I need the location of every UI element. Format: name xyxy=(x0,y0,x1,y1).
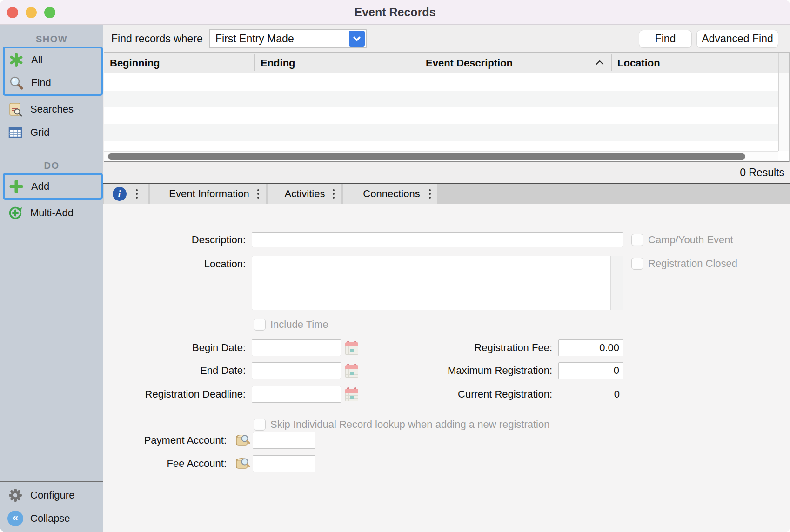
chevron-up-icon xyxy=(595,59,604,67)
skip-individual-lookup-checkbox[interactable] xyxy=(254,419,266,431)
tab-connections[interactable]: Connections xyxy=(343,184,437,204)
sidebar-item-searches[interactable]: Searches xyxy=(0,98,103,121)
camp-youth-event-checkbox[interactable] xyxy=(631,234,643,246)
add-mode-highlight-box: Add xyxy=(3,173,103,200)
location-label: Location: xyxy=(103,257,246,271)
current-registration-value: 0 xyxy=(558,386,620,403)
sidebar-item-label: All xyxy=(31,54,42,66)
main-panel: Find records where First Entry Made Find… xyxy=(103,25,790,532)
column-header-ending[interactable]: Ending xyxy=(255,53,420,73)
registration-fee-input[interactable] xyxy=(558,339,623,356)
find-records-where-label: Find records where xyxy=(111,25,203,52)
sidebar-item-find[interactable]: Find xyxy=(5,71,101,94)
grid-icon xyxy=(7,125,23,140)
sidebar-item-configure[interactable]: Configure xyxy=(0,484,103,507)
include-time-label: Include Time xyxy=(270,319,328,331)
maximum-registration-label: Maximum Registration: xyxy=(382,362,552,379)
fee-account-label: Fee Account: xyxy=(103,455,227,472)
event-records-window: Event Records SHOW All Find Searches xyxy=(0,0,790,532)
sidebar-item-label: Find xyxy=(31,77,51,89)
tab-bar: i Event Information Activities Connectio… xyxy=(103,183,790,204)
table-row xyxy=(104,74,778,91)
description-label: Description: xyxy=(103,233,246,247)
sidebar-item-all[interactable]: All xyxy=(5,48,101,71)
column-header-beginning[interactable]: Beginning xyxy=(104,53,254,73)
find-field-dropdown[interactable]: First Entry Made xyxy=(209,29,367,48)
registration-closed-label: Registration Closed xyxy=(648,258,737,270)
dropdown-selected-value: First Entry Made xyxy=(215,30,294,47)
maximum-registration-input[interactable] xyxy=(558,362,623,379)
event-information-form: Description: Camp/Youth Event Location: … xyxy=(103,204,790,532)
payment-account-input[interactable] xyxy=(253,432,315,449)
kebab-menu-icon[interactable] xyxy=(331,187,336,200)
location-textarea-wrap xyxy=(252,256,623,310)
asterisk-icon xyxy=(8,52,24,68)
horizontal-scrollbar-track[interactable] xyxy=(104,151,778,161)
end-date-label: End Date: xyxy=(103,362,246,379)
end-date-input[interactable] xyxy=(252,362,341,379)
sidebar-item-label: Multi-Add xyxy=(30,207,74,219)
include-time-checkbox[interactable] xyxy=(254,319,266,331)
multi-add-icon xyxy=(7,205,23,221)
sidebar-item-collapse[interactable]: « Collapse xyxy=(0,507,103,530)
table-header-row: Beginning Ending Event Description Locat… xyxy=(104,53,789,73)
advanced-find-button[interactable]: Advanced Find xyxy=(696,30,778,48)
sidebar: SHOW All Find Searches xyxy=(0,25,103,532)
fee-account-input[interactable] xyxy=(253,455,315,472)
column-header-event-description[interactable]: Event Description xyxy=(420,53,592,73)
sidebar-item-label: Searches xyxy=(30,103,74,115)
find-button[interactable]: Find xyxy=(639,30,692,48)
registration-deadline-input[interactable] xyxy=(252,386,341,403)
sidebar-item-label: Collapse xyxy=(30,512,70,525)
find-toolbar: Find records where First Entry Made Find… xyxy=(103,25,790,52)
sidebar-item-label: Grid xyxy=(30,126,50,139)
calendar-icon[interactable] xyxy=(345,387,358,401)
camp-youth-event-label: Camp/Youth Event xyxy=(648,234,733,246)
registration-closed-checkbox[interactable] xyxy=(631,258,643,270)
chevron-down-icon[interactable] xyxy=(349,31,365,47)
begin-date-input[interactable] xyxy=(252,339,341,356)
sidebar-item-multi-add[interactable]: Multi-Add xyxy=(0,201,103,225)
payment-account-label: Payment Account: xyxy=(103,432,227,449)
tab-event-information[interactable]: Event Information xyxy=(150,184,266,204)
info-icon: i xyxy=(113,187,127,201)
tab-activities[interactable]: Activities xyxy=(268,184,341,204)
column-header-location[interactable]: Location xyxy=(612,53,778,73)
skip-individual-lookup-label: Skip Individual Record lookup when addin… xyxy=(270,419,549,431)
saved-search-icon xyxy=(7,101,23,117)
sidebar-item-grid[interactable]: Grid xyxy=(0,121,103,144)
description-input[interactable] xyxy=(252,232,623,247)
calendar-icon[interactable] xyxy=(345,364,358,378)
table-body xyxy=(104,74,778,151)
table-row xyxy=(104,141,778,151)
magnifier-icon xyxy=(8,75,24,91)
results-count: 0 Results xyxy=(103,162,790,183)
show-mode-highlight-box: All Find xyxy=(3,47,103,96)
account-lookup-icon[interactable] xyxy=(235,434,250,447)
sidebar-item-label: Add xyxy=(31,180,49,193)
sidebar-item-label: Configure xyxy=(30,489,74,501)
titlebar: Event Records xyxy=(0,0,790,25)
record-info-button[interactable]: i xyxy=(104,184,148,204)
results-table: Beginning Ending Event Description Locat… xyxy=(104,52,790,162)
table-row xyxy=(104,124,778,141)
vertical-scrollbar-track[interactable] xyxy=(778,53,789,151)
location-scrollbar-track[interactable] xyxy=(610,256,623,310)
sidebar-footer: Configure « Collapse xyxy=(0,481,103,532)
account-lookup-icon[interactable] xyxy=(235,457,250,470)
current-registration-label: Current Registration: xyxy=(382,386,552,403)
calendar-icon[interactable] xyxy=(345,341,358,355)
sidebar-item-add[interactable]: Add xyxy=(5,175,101,198)
begin-date-label: Begin Date: xyxy=(103,339,246,356)
window-title: Event Records xyxy=(0,0,790,25)
kebab-menu-icon[interactable] xyxy=(134,187,140,200)
registration-fee-label: Registration Fee: xyxy=(382,339,552,356)
gear-icon xyxy=(7,487,23,503)
kebab-menu-icon[interactable] xyxy=(427,187,433,200)
table-row xyxy=(104,107,778,124)
location-textarea[interactable] xyxy=(252,256,623,310)
kebab-menu-icon[interactable] xyxy=(255,187,261,200)
sidebar-section-show: SHOW xyxy=(0,32,103,47)
sidebar-section-do: DO xyxy=(0,158,103,173)
horizontal-scrollbar-thumb[interactable] xyxy=(108,153,745,160)
